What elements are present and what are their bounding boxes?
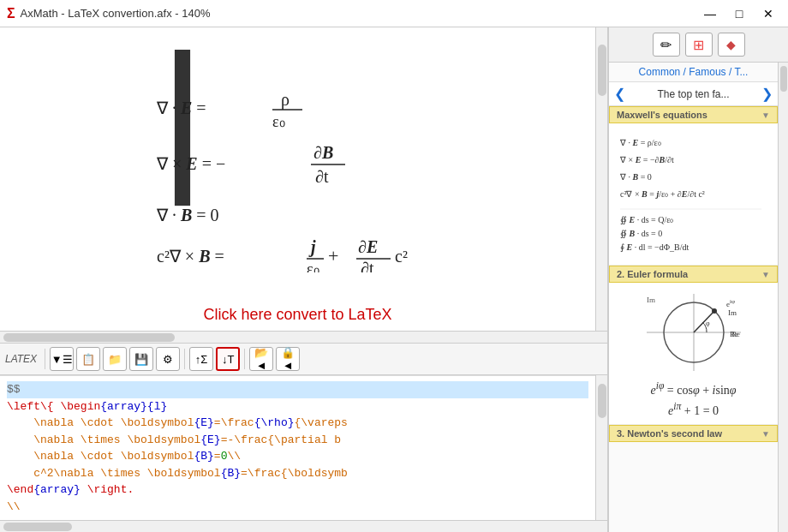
nav-left-button[interactable]: ❮ [614,86,625,102]
toolbar-folder-btn[interactable]: 📂◄ [249,347,273,371]
svg-text:∂E: ∂E [358,237,378,256]
maxwell-section-header[interactable]: Maxwell's equations ▼ [609,106,778,123]
main-container: ⎧ ∇ · E = ρ ε₀ ∇ × E = − ∂B [0,27,788,532]
nav-bar: ❮ The top ten fa... ❯ [609,82,778,106]
euler-section-header[interactable]: 2. Euler formula ▼ [609,266,778,283]
euler-section-label: 2. Euler formula [617,269,688,279]
right-content: Common / Famous / T... ❮ The top ten fa.… [609,63,778,532]
toolbar-open-btn[interactable]: 📁 [103,347,127,371]
svg-text:Re: Re [731,330,740,338]
toolbar-separator-1 [45,349,45,369]
euler-formula-line2: eiπ + 1 = 0 [616,401,771,418]
code-vertical-scrollbar[interactable] [595,375,607,520]
canvas-horizontal-scrollbar[interactable] [0,331,607,343]
maximize-button[interactable]: □ [726,4,752,23]
svg-text:∇ · E = ρ/ε₀: ∇ · E = ρ/ε₀ [619,138,661,147]
minimize-button[interactable]: — [697,4,723,23]
svg-text:ε₀: ε₀ [272,113,285,130]
breadcrumb[interactable]: Common / Famous / T... [609,63,778,82]
right-vertical-scrollbar[interactable] [778,63,788,532]
app-icon: Σ [7,6,15,21]
nav-right-button[interactable]: ❯ [761,86,773,102]
svg-text:∇ · E =: ∇ · E = [156,99,206,117]
toolbar-lock-btn[interactable]: 🔒◄ [276,347,300,371]
toolbar-dropdown-btn[interactable]: ▼☰ [50,347,74,371]
code-editor[interactable]: $$ \left\{ \begin{array}{l} \nabla \cdot… [0,375,595,520]
maxwell-section-arrow: ▼ [761,111,770,120]
canvas-area[interactable]: ⎧ ∇ · E = ρ ε₀ ∇ × E = − ∂B [0,27,595,331]
code-line-1: $$ [7,381,588,398]
latex-label: LATEX [5,353,37,365]
svg-line-30 [694,311,714,332]
maxwell-formula-content: ∇ · E = ρ/ε₀ ∇ × E = −∂B/∂t ∇ · B = 0 c²… [609,123,778,266]
code-scrollbar-h-thumb[interactable] [3,523,72,531]
svg-text:∯ E · ds = Q/ε₀: ∯ E · ds = Q/ε₀ [620,215,673,225]
euler-formula-line1: eiφ = cosφ + isinφ [616,380,771,398]
svg-text:+: + [328,245,338,266]
svg-text:Im: Im [647,296,655,304]
svg-point-31 [712,308,717,314]
code-container: $$ \left\{ \begin{array}{l} \nabla \cdot… [0,375,607,520]
pencil-button[interactable]: ✏ [653,33,680,57]
svg-text:ρ: ρ [281,90,290,110]
toolbar-save-btn[interactable]: 💾 [129,347,153,371]
grid-button[interactable]: ⊞ [685,33,713,57]
toolbar-downarrow-btn[interactable]: ↓T [216,347,240,371]
svg-text:c²∇ × B =: c²∇ × B = [157,247,224,266]
right-panel-inner: Common / Famous / T... ❮ The top ten fa.… [609,63,788,532]
svg-text:∇ × E = −∂B/∂t: ∇ × E = −∂B/∂t [619,155,674,164]
newton-section-header[interactable]: 3. Newton's second law ▼ [609,425,778,442]
svg-text:c²∇ × B = j/ε₀ + ∂E/∂t c²: c²∇ × B = j/ε₀ + ∂E/∂t c² [620,189,705,199]
maxwell-section-label: Maxwell's equations [617,110,707,120]
window-title: AxMath - LaTeX convertion.afx - 140% [21,7,211,20]
toolbar-copy-btn[interactable]: 📋 [76,347,100,371]
toolbar-settings-btn[interactable]: ⚙ [156,347,180,371]
svg-text:∂t: ∂t [315,167,329,186]
canvas-scrollbar-thumb[interactable] [598,45,606,96]
svg-text:ε₀: ε₀ [307,260,319,272]
formula-panel[interactable]: Maxwell's equations ▼ ∇ · E = ρ/ε₀ ∇ × E… [609,106,778,532]
toolbar-separator-2 [184,349,185,369]
left-panel: ⎧ ∇ · E = ρ ε₀ ∇ × E = − ∂B [0,27,608,532]
svg-text:Im: Im [728,308,737,317]
code-line-5: \nabla \cdot \boldsymbol{B}=0\\ [7,448,588,465]
code-line-7: \end{array} \right. [7,481,588,499]
nav-title: The top ten fa... [625,88,761,100]
svg-text:∂B: ∂B [313,143,333,162]
editor-toolbar: LATEX ▼☰ 📋 📁 💾 ⚙ ↑Σ ↓T 📂◄ 🔒◄ [0,343,607,375]
svg-text:∇ × E = −: ∇ × E = − [156,154,225,173]
svg-text:c²: c² [395,247,408,266]
code-line-3: \nabla \cdot \boldsymbol{E}=\frac{\rho}{… [7,415,588,432]
right-scroll-thumb[interactable] [780,66,787,92]
code-horizontal-scrollbar[interactable] [0,520,607,532]
right-panel: ✏ ⊞ ◆ Common / Famous / T... ❮ The top t… [608,27,788,532]
euler-circle-svg: Im Re eiφ Im Re φ [642,290,745,375]
maxwell-formula-thumb: ∇ · E = ρ/ε₀ ∇ × E = −∂B/∂t ∇ · B = 0 c²… [616,130,771,258]
svg-text:∯ B · ds = 0: ∯ B · ds = 0 [620,229,662,239]
euler-section-arrow: ▼ [761,270,770,279]
svg-text:φ: φ [706,320,710,327]
close-button[interactable]: ✕ [755,4,781,23]
svg-text:eiφ: eiφ [726,298,735,308]
math-display: ⎧ ∇ · E = ρ ε₀ ∇ × E = − ∂B [0,27,595,299]
right-toolbar: ✏ ⊞ ◆ [609,27,788,63]
newton-section-label: 3. Newton's second law [617,428,722,439]
code-line-4: \nabla \times \boldsymbol{E}=-\frac{\par… [7,432,588,449]
svg-text:⎧: ⎧ [118,50,247,206]
euler-formula-content: Im Re eiφ Im Re φ eiφ = cosφ + [609,283,778,425]
svg-text:∮ E · dl = −dΦ_B/dt: ∮ E · dl = −dΦ_B/dt [620,242,689,253]
eraser-button[interactable]: ◆ [718,33,745,57]
title-bar: Σ AxMath - LaTeX convertion.afx - 140% —… [0,0,788,27]
click-convert-text[interactable]: Click here convert to LaTeX [0,299,595,331]
svg-text:∇ · B = 0: ∇ · B = 0 [156,206,219,224]
code-line-6: c^2\nabla \times \boldsymbol{B}=\frac{\b… [7,465,588,482]
svg-text:j: j [308,237,316,257]
canvas-scrollbar-h-thumb[interactable] [3,333,175,342]
canvas-vertical-scrollbar[interactable] [595,27,607,331]
code-scroll-thumb[interactable] [598,384,606,418]
maxwell-thumb-svg: ∇ · E = ρ/ε₀ ∇ × E = −∂B/∂t ∇ · B = 0 c²… [616,130,766,254]
window-controls: — □ ✕ [697,4,781,23]
svg-text:∇ · B = 0: ∇ · B = 0 [619,172,652,182]
svg-text:∂t: ∂t [361,259,374,272]
toolbar-uparrow-btn[interactable]: ↑Σ [189,347,213,371]
